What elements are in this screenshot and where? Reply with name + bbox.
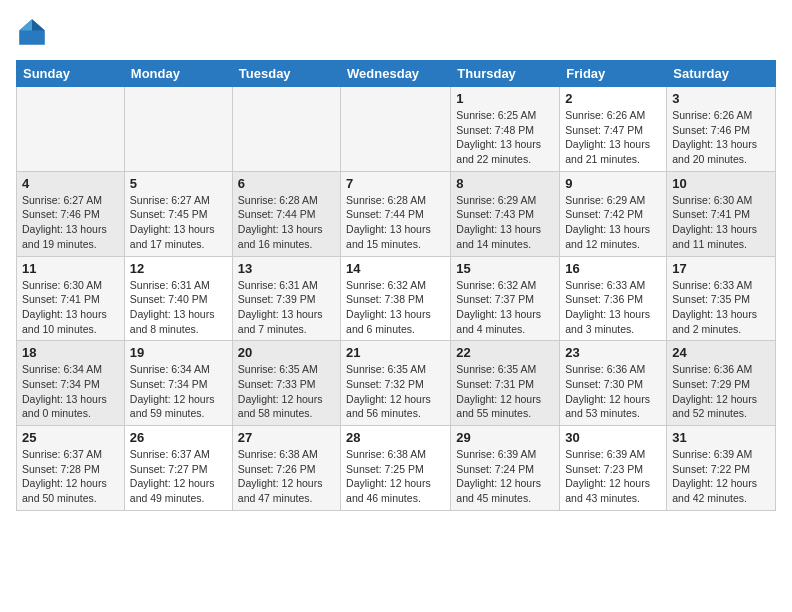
svg-marker-2 <box>19 19 32 30</box>
day-info: Sunrise: 6:37 AM Sunset: 7:27 PM Dayligh… <box>130 447 227 506</box>
day-cell: 20Sunrise: 6:35 AM Sunset: 7:33 PM Dayli… <box>232 341 340 426</box>
logo <box>16 16 52 48</box>
day-cell: 4Sunrise: 6:27 AM Sunset: 7:46 PM Daylig… <box>17 171 125 256</box>
day-number: 22 <box>456 345 554 360</box>
day-info: Sunrise: 6:28 AM Sunset: 7:44 PM Dayligh… <box>238 193 335 252</box>
day-number: 4 <box>22 176 119 191</box>
day-number: 29 <box>456 430 554 445</box>
day-info: Sunrise: 6:25 AM Sunset: 7:48 PM Dayligh… <box>456 108 554 167</box>
day-cell <box>341 87 451 172</box>
calendar-table: SundayMondayTuesdayWednesdayThursdayFrid… <box>16 60 776 511</box>
day-info: Sunrise: 6:35 AM Sunset: 7:33 PM Dayligh… <box>238 362 335 421</box>
day-info: Sunrise: 6:33 AM Sunset: 7:35 PM Dayligh… <box>672 278 770 337</box>
day-cell: 23Sunrise: 6:36 AM Sunset: 7:30 PM Dayli… <box>560 341 667 426</box>
day-header-wednesday: Wednesday <box>341 61 451 87</box>
day-number: 17 <box>672 261 770 276</box>
day-info: Sunrise: 6:36 AM Sunset: 7:29 PM Dayligh… <box>672 362 770 421</box>
day-info: Sunrise: 6:33 AM Sunset: 7:36 PM Dayligh… <box>565 278 661 337</box>
day-number: 18 <box>22 345 119 360</box>
day-info: Sunrise: 6:29 AM Sunset: 7:42 PM Dayligh… <box>565 193 661 252</box>
day-cell: 2Sunrise: 6:26 AM Sunset: 7:47 PM Daylig… <box>560 87 667 172</box>
day-header-saturday: Saturday <box>667 61 776 87</box>
day-info: Sunrise: 6:34 AM Sunset: 7:34 PM Dayligh… <box>22 362 119 421</box>
day-cell: 9Sunrise: 6:29 AM Sunset: 7:42 PM Daylig… <box>560 171 667 256</box>
day-number: 11 <box>22 261 119 276</box>
day-cell <box>124 87 232 172</box>
day-info: Sunrise: 6:35 AM Sunset: 7:31 PM Dayligh… <box>456 362 554 421</box>
day-cell: 16Sunrise: 6:33 AM Sunset: 7:36 PM Dayli… <box>560 256 667 341</box>
day-cell: 11Sunrise: 6:30 AM Sunset: 7:41 PM Dayli… <box>17 256 125 341</box>
day-cell: 1Sunrise: 6:25 AM Sunset: 7:48 PM Daylig… <box>451 87 560 172</box>
day-info: Sunrise: 6:39 AM Sunset: 7:23 PM Dayligh… <box>565 447 661 506</box>
day-info: Sunrise: 6:38 AM Sunset: 7:25 PM Dayligh… <box>346 447 445 506</box>
day-cell: 8Sunrise: 6:29 AM Sunset: 7:43 PM Daylig… <box>451 171 560 256</box>
day-info: Sunrise: 6:32 AM Sunset: 7:37 PM Dayligh… <box>456 278 554 337</box>
day-header-thursday: Thursday <box>451 61 560 87</box>
day-number: 23 <box>565 345 661 360</box>
day-cell: 14Sunrise: 6:32 AM Sunset: 7:38 PM Dayli… <box>341 256 451 341</box>
day-number: 14 <box>346 261 445 276</box>
day-number: 3 <box>672 91 770 106</box>
day-header-friday: Friday <box>560 61 667 87</box>
day-number: 6 <box>238 176 335 191</box>
day-header-tuesday: Tuesday <box>232 61 340 87</box>
day-cell: 19Sunrise: 6:34 AM Sunset: 7:34 PM Dayli… <box>124 341 232 426</box>
day-info: Sunrise: 6:34 AM Sunset: 7:34 PM Dayligh… <box>130 362 227 421</box>
day-number: 15 <box>456 261 554 276</box>
day-number: 5 <box>130 176 227 191</box>
day-number: 24 <box>672 345 770 360</box>
day-info: Sunrise: 6:30 AM Sunset: 7:41 PM Dayligh… <box>22 278 119 337</box>
day-number: 28 <box>346 430 445 445</box>
day-number: 21 <box>346 345 445 360</box>
day-info: Sunrise: 6:38 AM Sunset: 7:26 PM Dayligh… <box>238 447 335 506</box>
day-cell: 22Sunrise: 6:35 AM Sunset: 7:31 PM Dayli… <box>451 341 560 426</box>
day-cell: 30Sunrise: 6:39 AM Sunset: 7:23 PM Dayli… <box>560 426 667 511</box>
day-cell: 25Sunrise: 6:37 AM Sunset: 7:28 PM Dayli… <box>17 426 125 511</box>
day-number: 27 <box>238 430 335 445</box>
day-number: 8 <box>456 176 554 191</box>
day-cell: 12Sunrise: 6:31 AM Sunset: 7:40 PM Dayli… <box>124 256 232 341</box>
day-info: Sunrise: 6:31 AM Sunset: 7:40 PM Dayligh… <box>130 278 227 337</box>
week-row-2: 4Sunrise: 6:27 AM Sunset: 7:46 PM Daylig… <box>17 171 776 256</box>
day-info: Sunrise: 6:30 AM Sunset: 7:41 PM Dayligh… <box>672 193 770 252</box>
header <box>16 16 776 48</box>
day-cell: 21Sunrise: 6:35 AM Sunset: 7:32 PM Dayli… <box>341 341 451 426</box>
day-cell: 15Sunrise: 6:32 AM Sunset: 7:37 PM Dayli… <box>451 256 560 341</box>
week-row-1: 1Sunrise: 6:25 AM Sunset: 7:48 PM Daylig… <box>17 87 776 172</box>
day-cell: 5Sunrise: 6:27 AM Sunset: 7:45 PM Daylig… <box>124 171 232 256</box>
day-info: Sunrise: 6:27 AM Sunset: 7:46 PM Dayligh… <box>22 193 119 252</box>
day-cell: 3Sunrise: 6:26 AM Sunset: 7:46 PM Daylig… <box>667 87 776 172</box>
day-cell: 28Sunrise: 6:38 AM Sunset: 7:25 PM Dayli… <box>341 426 451 511</box>
day-cell: 17Sunrise: 6:33 AM Sunset: 7:35 PM Dayli… <box>667 256 776 341</box>
day-number: 10 <box>672 176 770 191</box>
day-number: 20 <box>238 345 335 360</box>
day-info: Sunrise: 6:36 AM Sunset: 7:30 PM Dayligh… <box>565 362 661 421</box>
day-cell: 18Sunrise: 6:34 AM Sunset: 7:34 PM Dayli… <box>17 341 125 426</box>
day-number: 9 <box>565 176 661 191</box>
day-cell: 13Sunrise: 6:31 AM Sunset: 7:39 PM Dayli… <box>232 256 340 341</box>
day-number: 1 <box>456 91 554 106</box>
day-number: 13 <box>238 261 335 276</box>
day-info: Sunrise: 6:39 AM Sunset: 7:22 PM Dayligh… <box>672 447 770 506</box>
day-number: 30 <box>565 430 661 445</box>
day-number: 19 <box>130 345 227 360</box>
day-number: 25 <box>22 430 119 445</box>
week-row-5: 25Sunrise: 6:37 AM Sunset: 7:28 PM Dayli… <box>17 426 776 511</box>
day-number: 31 <box>672 430 770 445</box>
week-row-4: 18Sunrise: 6:34 AM Sunset: 7:34 PM Dayli… <box>17 341 776 426</box>
day-cell: 24Sunrise: 6:36 AM Sunset: 7:29 PM Dayli… <box>667 341 776 426</box>
day-info: Sunrise: 6:29 AM Sunset: 7:43 PM Dayligh… <box>456 193 554 252</box>
day-info: Sunrise: 6:28 AM Sunset: 7:44 PM Dayligh… <box>346 193 445 252</box>
day-header-sunday: Sunday <box>17 61 125 87</box>
day-info: Sunrise: 6:32 AM Sunset: 7:38 PM Dayligh… <box>346 278 445 337</box>
day-headers-row: SundayMondayTuesdayWednesdayThursdayFrid… <box>17 61 776 87</box>
day-cell: 7Sunrise: 6:28 AM Sunset: 7:44 PM Daylig… <box>341 171 451 256</box>
week-row-3: 11Sunrise: 6:30 AM Sunset: 7:41 PM Dayli… <box>17 256 776 341</box>
day-info: Sunrise: 6:26 AM Sunset: 7:46 PM Dayligh… <box>672 108 770 167</box>
day-number: 7 <box>346 176 445 191</box>
day-cell: 26Sunrise: 6:37 AM Sunset: 7:27 PM Dayli… <box>124 426 232 511</box>
day-number: 26 <box>130 430 227 445</box>
day-cell: 10Sunrise: 6:30 AM Sunset: 7:41 PM Dayli… <box>667 171 776 256</box>
day-header-monday: Monday <box>124 61 232 87</box>
day-info: Sunrise: 6:39 AM Sunset: 7:24 PM Dayligh… <box>456 447 554 506</box>
